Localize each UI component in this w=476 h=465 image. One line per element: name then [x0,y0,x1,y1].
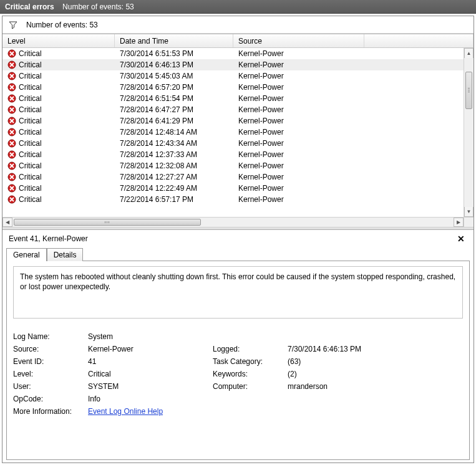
col-header-date[interactable]: Date and Time [115,34,233,47]
scroll-left-button[interactable]: ◀ [2,218,12,227]
table-row[interactable]: Critical7/28/2014 6:51:54 PMKernel-Power [2,93,464,104]
cell-date: 7/30/2014 6:51:53 PM [115,49,233,58]
table-row[interactable]: Critical7/28/2014 12:43:34 AMKernel-Powe… [2,138,464,149]
lbl-user: User: [13,382,88,391]
table-row[interactable]: Critical7/30/2014 5:45:03 AMKernel-Power [2,70,464,82]
cell-level: Critical [2,173,115,181]
cell-date: 7/28/2014 12:48:14 AM [115,128,233,137]
scroll-right-button[interactable]: ▶ [454,218,464,227]
cell-source: Kernel-Power [233,173,364,181]
cell-level: Critical [2,150,115,159]
cell-source: Kernel-Power [233,94,364,103]
col-header-source[interactable]: Source [233,34,364,47]
cell-level-text: Critical [19,150,42,159]
cell-level-text: Critical [19,60,42,69]
val-task-category: (63) [288,357,412,366]
table-row[interactable]: Critical7/30/2014 6:46:13 PMKernel-Power [2,59,464,70]
table-row[interactable]: Critical7/28/2014 6:57:20 PMKernel-Power [2,82,464,93]
cell-level-text: Critical [19,117,42,125]
table-row[interactable]: Critical7/28/2014 12:22:49 AMKernel-Powe… [2,183,464,194]
scroll-up-button[interactable]: ▲ [464,48,474,58]
cell-level-text: Critical [19,105,42,114]
filter-icon[interactable] [9,21,17,29]
error-icon [7,49,16,58]
cell-date: 7/28/2014 6:51:54 PM [115,94,233,103]
event-log-help-link[interactable]: Event Log Online Help [88,407,163,416]
scroll-corner [464,217,474,227]
val-event-id: 41 [88,357,213,366]
event-description: The system has rebooted without cleanly … [13,266,463,319]
cell-level: Critical [2,83,115,92]
cell-date: 7/28/2014 12:32:08 AM [115,161,233,170]
table-row[interactable]: Critical7/28/2014 6:41:29 PMKernel-Power [2,115,464,127]
scroll-down-button[interactable]: ▼ [464,207,474,217]
horizontal-scrollbar[interactable]: ◀ ▶ [2,217,464,227]
cell-date: 7/28/2014 12:27:27 AM [115,173,233,181]
cell-source: Kernel-Power [233,150,364,159]
cell-date: 7/28/2014 12:37:33 AM [115,150,233,159]
col-header-level[interactable]: Level [2,34,115,47]
cell-date: 7/28/2014 12:22:49 AM [115,184,233,193]
val-opcode: Info [88,395,213,403]
filter-count: Number of events: 53 [26,21,98,29]
error-icon [7,173,16,181]
cell-level-text: Critical [19,195,42,204]
val-computer: mranderson [288,382,412,391]
cell-source: Kernel-Power [233,128,364,137]
col-header-blank[interactable] [364,34,474,47]
detail-title: Event 41, Kernel-Power [9,234,88,243]
scroll-thumb-horizontal[interactable] [14,219,201,226]
cell-level: Critical [2,184,115,193]
error-icon [7,184,16,193]
column-headers: Level Date and Time Source [2,34,474,48]
cell-source: Kernel-Power [233,83,364,92]
close-icon[interactable]: ✕ [455,234,467,244]
lbl-computer: Computer: [213,382,288,391]
lbl-task-category: Task Category: [213,357,288,366]
cell-source: Kernel-Power [233,105,364,114]
table-row[interactable]: Critical7/28/2014 12:27:27 AMKernel-Powe… [2,171,464,183]
tab-general[interactable]: General [6,248,47,261]
cell-source: Kernel-Power [233,72,364,80]
error-icon [7,94,16,103]
cell-level-text: Critical [19,161,42,170]
lbl-level: Level: [13,370,88,378]
detail-pane: Event 41, Kernel-Power ✕ General Details… [2,229,474,463]
table-row[interactable]: Critical7/28/2014 12:48:14 AMKernel-Powe… [2,127,464,138]
cell-level-text: Critical [19,139,42,148]
table-row[interactable]: Critical7/30/2014 6:51:53 PMKernel-Power [2,48,464,59]
cell-level-text: Critical [19,128,42,137]
cell-level: Critical [2,105,115,114]
cell-level: Critical [2,195,115,204]
cell-date: 7/22/2014 6:57:17 PM [115,195,233,204]
cell-source: Kernel-Power [233,139,364,148]
detail-header: Event 41, Kernel-Power ✕ [6,232,470,247]
title-bar: Critical errors Number of events: 53 [0,0,476,14]
cell-source: Kernel-Power [233,195,364,204]
filter-bar: Number of events: 53 [2,16,474,34]
cell-level: Critical [2,117,115,125]
list-body: Critical7/30/2014 6:51:53 PMKernel-Power… [2,48,474,227]
lbl-keywords: Keywords: [213,370,288,378]
tab-strip: General Details [6,247,470,261]
event-list: Level Date and Time Source Critical7/30/… [2,34,474,227]
error-icon [7,117,16,125]
rows-container: Critical7/30/2014 6:51:53 PMKernel-Power… [2,48,464,217]
vertical-scrollbar[interactable]: ▲ ▼ [464,48,474,217]
tab-panel-general: The system has rebooted without cleanly … [6,261,470,460]
title-count: Number of events: 53 [62,2,134,11]
cell-level-text: Critical [19,49,42,58]
table-row[interactable]: Critical7/28/2014 12:32:08 AMKernel-Powe… [2,160,464,171]
table-row[interactable]: Critical7/28/2014 12:37:33 AMKernel-Powe… [2,149,464,160]
cell-date: 7/28/2014 12:43:34 AM [115,139,233,148]
error-icon [7,195,16,204]
cell-date: 7/28/2014 6:41:29 PM [115,117,233,125]
error-icon [7,105,16,114]
scroll-thumb-vertical[interactable] [465,72,472,109]
table-row[interactable]: Critical7/28/2014 6:47:27 PMKernel-Power [2,104,464,115]
error-icon [7,60,16,69]
lbl-event-id: Event ID: [13,357,88,366]
cell-level: Critical [2,161,115,170]
tab-details[interactable]: Details [47,248,84,261]
table-row[interactable]: Critical7/22/2014 6:57:17 PMKernel-Power [2,194,464,205]
